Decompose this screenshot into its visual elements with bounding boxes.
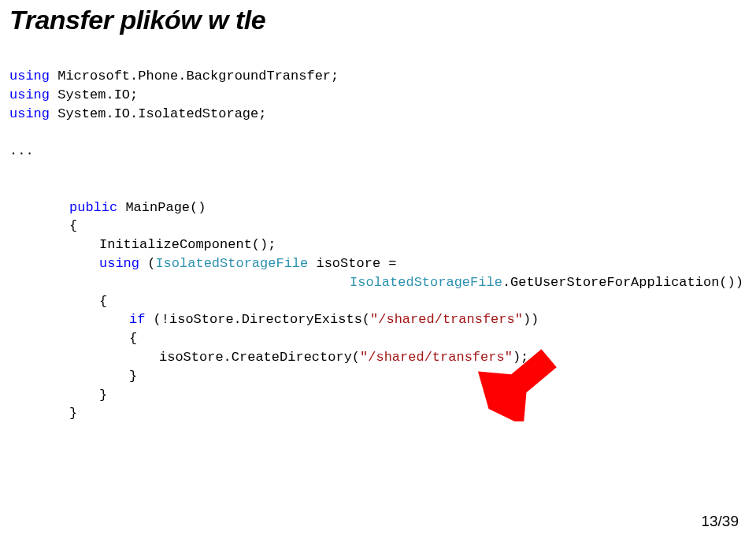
code-line: } <box>9 386 747 405</box>
code-line: isoStore.CreateDirectory("/shared/transf… <box>9 348 747 367</box>
code-line: IsolatedStorageFile.GetUserStoreForAppli… <box>9 273 747 292</box>
code-line: { <box>9 329 747 348</box>
code-line: public MainPage() <box>9 199 747 217</box>
code-line: ... <box>9 142 747 161</box>
code-line: using System.IO.IsolatedStorage; <box>9 105 747 124</box>
code-line: using System.IO; <box>9 86 747 105</box>
code-line: { <box>9 217 747 236</box>
code-line <box>9 123 747 142</box>
code-line <box>9 161 747 180</box>
page-number: 13/39 <box>701 513 739 530</box>
code-line: if (!isoStore.DirectoryExists("/shared/t… <box>9 310 747 329</box>
code-line: { <box>9 292 747 311</box>
slide-title: Transfer plików w tle <box>0 0 756 35</box>
code-line <box>9 180 747 199</box>
code-line: using (IsolatedStorageFile isoStore = <box>9 254 747 273</box>
code-line: } <box>9 404 747 423</box>
code-line: InitializeComponent(); <box>9 236 747 254</box>
code-line: } <box>9 367 747 386</box>
code-block: using Microsoft.Phone.BackgroundTransfer… <box>0 35 756 423</box>
code-line: using Microsoft.Phone.BackgroundTransfer… <box>9 67 747 86</box>
